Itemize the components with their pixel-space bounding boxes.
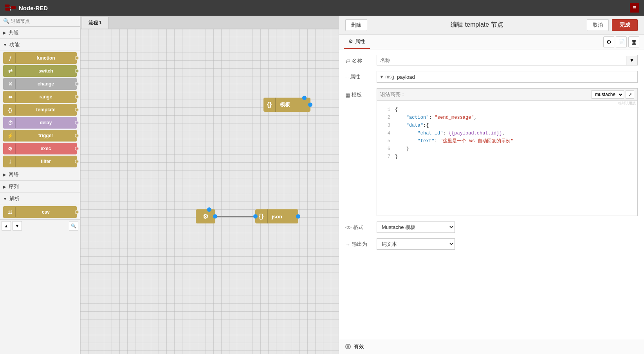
exec-node-label: exec <box>17 146 74 151</box>
format-control-wrap: Mustache 模板 Plain 文本 JSON <box>377 221 638 233</box>
switch-icon: ⇄ <box>5 66 16 76</box>
panel-title: 编辑 template 节点 <box>451 21 503 29</box>
node-filter[interactable]: ♩ filter <box>3 156 77 167</box>
node-change[interactable]: ✕ change <box>3 78 77 90</box>
search-box: 🔍 <box>0 16 80 27</box>
svg-rect-1 <box>5 8 10 11</box>
sequence-arrow: ▶ <box>3 185 6 189</box>
range-node-label: range <box>17 94 74 100</box>
format-label: </> 格式 <box>345 221 373 231</box>
valid-label: 有效 <box>354 343 364 350</box>
tab-properties[interactable]: ⚙ 属性 <box>344 35 370 49</box>
exec-icon: ⚙ <box>5 143 16 154</box>
done-button[interactable]: 完成 <box>612 19 638 31</box>
output-row: → 输出为 纯文本 解析的消息对象 JSON字符串 <box>345 238 638 250</box>
sidebar-search-button[interactable]: 🔍 <box>69 221 78 231</box>
syntax-label: 语法高亮： <box>380 91 406 98</box>
canvas-ws-node[interactable]: ⚙ <box>196 209 215 223</box>
panel-btn-group: 取消 完成 <box>587 19 638 31</box>
category-parse[interactable]: ▼ 解析 <box>0 193 80 205</box>
search-icon: 🔍 <box>3 18 9 24</box>
canvas[interactable]: {} 模板 ⚙ {} json <box>80 29 339 354</box>
delete-button[interactable]: 删除 <box>345 19 367 31</box>
canvas-ws-port-right[interactable] <box>213 214 217 219</box>
tab-flow1[interactable]: 流程 1 <box>82 17 108 29</box>
format-row: </> 格式 Mustache 模板 Plain 文本 JSON <box>345 221 638 233</box>
valid-radio[interactable] <box>345 344 351 349</box>
csv-icon: 12 <box>5 207 16 217</box>
layout-icon-btn[interactable]: ▦ <box>628 36 639 47</box>
template-editor: 语法高亮： mustache plain html json javascrip… <box>377 88 638 216</box>
node-range[interactable]: ⇔ range <box>3 91 77 103</box>
right-panel: 删除 编辑 template 节点 取消 完成 ⚙ 属性 ⚙ 📄 ▦ <box>339 16 644 354</box>
sidebar-nav: ▲ ▼ 🔍 <box>0 219 80 232</box>
template-label-icon: ▦ <box>345 92 350 98</box>
panel-footer: 有效 <box>339 339 644 354</box>
node-exec[interactable]: ⚙ exec <box>3 143 77 154</box>
category-sequence[interactable]: ▶ 序列 <box>0 181 80 193</box>
canvas-json-node[interactable]: {} json <box>255 209 298 223</box>
property-label: ··· 属性 <box>345 71 373 80</box>
msg-select-wrap: ▼ msg. <box>377 71 638 83</box>
canvas-json-port-right[interactable] <box>296 214 300 219</box>
canvas-template-port-right[interactable] <box>308 103 312 107</box>
category-network[interactable]: ▶ 网络 <box>0 169 80 181</box>
canvas-template-icon: {} <box>263 98 276 112</box>
canvas-json-port-left[interactable] <box>253 214 258 219</box>
node-trigger[interactable]: ⚡ trigger <box>3 130 77 142</box>
function-icon: ƒ <box>5 53 16 63</box>
name-input[interactable] <box>377 55 626 65</box>
template-row: ▦ 模板 语法高亮： mustache plain html <box>345 88 638 216</box>
editor-watermark: 临时试用版 <box>377 101 637 106</box>
expand-button[interactable]: ⤢ <box>626 90 634 99</box>
trigger-port-right <box>75 134 79 138</box>
code-editor[interactable]: 1 { 2 "action": "send_message", 3 "data"… <box>377 106 637 216</box>
delay-icon: ⏱ <box>5 118 16 128</box>
svg-rect-0 <box>5 5 10 7</box>
category-common[interactable]: ▶ 共通 <box>0 27 80 39</box>
change-node-label: change <box>17 81 74 87</box>
output-select[interactable]: 纯文本 解析的消息对象 JSON字符串 <box>377 238 455 250</box>
trigger-node-label: trigger <box>17 133 74 138</box>
settings-icon-btn[interactable]: ⚙ <box>603 36 614 47</box>
code-line-1: 1 { <box>377 106 637 114</box>
panel-tabs-row: ⚙ 属性 ⚙ 📄 ▦ <box>339 34 644 49</box>
code-line-2: 2 "action": "send_message", <box>377 114 637 122</box>
name-row: 🏷 名称 ▼ <box>345 55 638 65</box>
change-icon: ✕ <box>5 79 16 89</box>
name-input-wrap: ▼ <box>377 55 638 65</box>
nav-up-button[interactable]: ▲ <box>2 221 11 231</box>
name-type-btn[interactable]: ▼ <box>626 56 637 65</box>
syntax-select[interactable]: mustache plain html json javascript <box>592 90 624 99</box>
network-arrow: ▶ <box>3 172 6 177</box>
filter-icon: ♩ <box>5 156 16 167</box>
canvas-template-port-top[interactable] <box>302 96 307 100</box>
function-node-label: function <box>17 55 74 61</box>
exec-port-right <box>75 147 79 151</box>
panel-body: 🏷 名称 ▼ ··· 属性 ▼ msg. <box>339 49 644 339</box>
properties-tab-icon: ⚙ <box>348 38 353 44</box>
cancel-button[interactable]: 取消 <box>587 19 609 31</box>
menu-button[interactable]: ≡ <box>630 3 639 13</box>
change-port-right <box>75 82 79 86</box>
search-input[interactable] <box>11 18 77 24</box>
node-switch[interactable]: ⇄ switch <box>3 65 77 77</box>
description-icon-btn[interactable]: 📄 <box>616 36 627 47</box>
category-function[interactable]: ▼ 功能 <box>0 39 80 51</box>
parse-label: 解析 <box>9 195 20 202</box>
app-title: Node-RED <box>19 5 48 11</box>
node-delay[interactable]: ⏱ delay <box>3 117 77 129</box>
canvas-ws-port-top[interactable] <box>207 207 211 212</box>
node-template[interactable]: {} template <box>3 104 77 116</box>
code-line-5: 5 "text": "这里是一个 ws 自动回复的示例" <box>377 137 637 145</box>
format-select[interactable]: Mustache 模板 Plain 文本 JSON <box>377 221 455 233</box>
node-function[interactable]: ƒ function <box>3 52 77 64</box>
msg-field-input[interactable] <box>397 74 444 80</box>
nav-down-button[interactable]: ▼ <box>13 221 22 231</box>
name-label: 🏷 名称 <box>345 55 373 64</box>
canvas-json-label: json <box>268 214 298 220</box>
canvas-template-node[interactable]: {} 模板 <box>263 98 310 112</box>
syntax-controls: mustache plain html json javascript ⤢ <box>592 90 634 99</box>
node-csv[interactable]: 12 csv <box>3 206 77 218</box>
code-line-6: 6 } <box>377 145 637 153</box>
